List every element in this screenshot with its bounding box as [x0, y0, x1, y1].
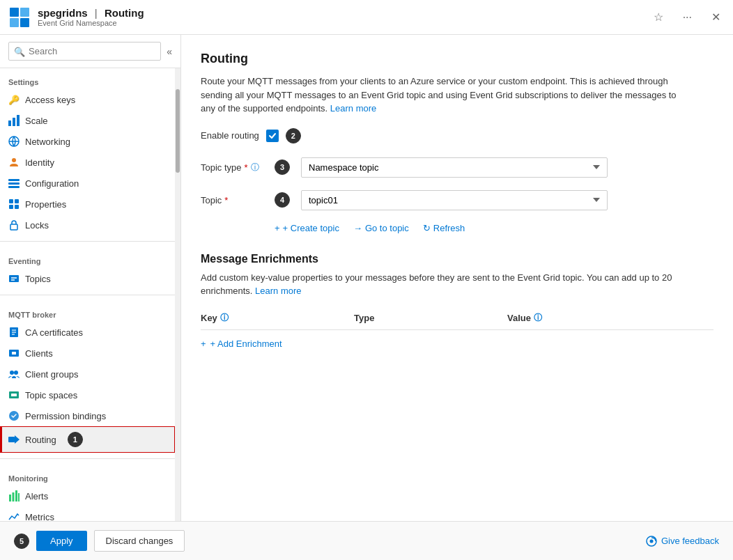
page-title: Routing — [201, 52, 713, 66]
learn-more-link[interactable]: Learn more — [330, 103, 376, 114]
sidebar-item-networking[interactable]: Networking — [0, 131, 175, 152]
refresh-link[interactable]: ↻ Refresh — [423, 223, 465, 233]
col-value-header: Value ⓘ — [507, 312, 713, 324]
sidebar-label-clients: Clients — [25, 348, 53, 359]
main-layout: 🔍 « Settings 🔑 Access keys Sc — [0, 35, 733, 521]
alerts-icon — [8, 490, 20, 501]
svg-rect-0 — [10, 8, 19, 17]
collapse-button[interactable]: « — [167, 46, 172, 57]
svg-rect-1 — [20, 8, 29, 17]
sidebar-item-ca-certificates[interactable]: CA certificates — [0, 322, 175, 343]
enrichments-learn-more-link[interactable]: Learn more — [255, 286, 301, 296]
add-enrichment-label: + Add Enrichment — [210, 339, 282, 349]
sidebar-label-topic-spaces: Topic spaces — [25, 390, 77, 400]
sidebar-label-properties: Properties — [25, 199, 66, 210]
value-info-icon[interactable]: ⓘ — [534, 312, 542, 324]
search-input[interactable] — [8, 42, 161, 61]
go-to-topic-link[interactable]: → Go to topic — [353, 223, 409, 233]
sidebar-item-identity[interactable]: Identity — [0, 152, 175, 173]
svg-point-28 — [14, 371, 18, 375]
enable-routing-checkbox[interactable] — [266, 130, 279, 142]
configuration-icon — [8, 178, 20, 189]
more-button[interactable]: ··· — [679, 10, 696, 25]
create-topic-link[interactable]: + + Create topic — [275, 223, 339, 233]
key-info-icon[interactable]: ⓘ — [220, 312, 229, 324]
sidebar-label-networking: Networking — [25, 137, 70, 147]
sidebar-item-alerts[interactable]: Alerts — [0, 485, 175, 506]
svg-point-9 — [12, 158, 16, 162]
scale-icon — [8, 115, 20, 126]
sidebar-item-access-keys[interactable]: 🔑 Access keys — [0, 89, 175, 110]
topic-type-row: Topic type * ⓘ 3 Namespace topic Custom … — [201, 157, 713, 178]
svg-rect-35 — [13, 492, 15, 501]
sidebar-item-topic-spaces[interactable]: Topic spaces — [0, 384, 175, 405]
add-enrichment-row[interactable]: + + Add Enrichment — [201, 339, 713, 349]
mqtt-section-label: MQTT broker — [0, 301, 175, 322]
sidebar-label-access-keys: Access keys — [25, 95, 75, 105]
sidebar-item-topics[interactable]: Topics — [0, 268, 175, 289]
svg-point-43 — [649, 539, 653, 543]
key-icon: 🔑 — [8, 94, 20, 105]
routing-icon — [8, 434, 20, 445]
topic-type-info-icon[interactable]: ⓘ — [251, 162, 259, 173]
description-text: Route your MQTT messages from your clien… — [201, 75, 688, 116]
sidebar-scrollbar[interactable] — [175, 68, 180, 521]
feedback-label: Give feedback — [661, 536, 719, 546]
title-text: spegridns | Routing Event Grid Namespace — [38, 7, 144, 27]
sidebar-item-metrics[interactable]: Metrics — [0, 506, 175, 521]
step-5-badge: 5 — [14, 534, 29, 549]
sidebar-item-client-groups[interactable]: Client groups — [0, 364, 175, 384]
sidebar-item-permission-bindings[interactable]: Permission bindings — [0, 405, 175, 426]
sidebar-item-locks[interactable]: Locks — [0, 215, 175, 235]
svg-rect-4 — [8, 120, 11, 126]
svg-rect-17 — [10, 224, 17, 230]
metrics-icon — [8, 511, 20, 521]
sidebar-item-properties[interactable]: Properties — [0, 194, 175, 215]
close-button[interactable]: ✕ — [707, 9, 725, 25]
monitoring-section-label: Monitoring — [0, 465, 175, 485]
topic-select[interactable]: topic01 — [301, 190, 608, 210]
sidebar-label-client-groups: Client groups — [25, 369, 79, 380]
enable-routing-label: Enable routing — [201, 130, 259, 141]
svg-rect-18 — [9, 275, 19, 282]
routing-step-badge: 1 — [68, 432, 83, 447]
step-2-badge: 2 — [286, 128, 301, 143]
svg-rect-11 — [8, 182, 20, 185]
svg-rect-26 — [12, 352, 16, 355]
sidebar-item-clients[interactable]: Clients — [0, 343, 175, 364]
settings-section-label: Settings — [0, 68, 175, 89]
arrow-icon: → — [353, 223, 362, 233]
plus-icon: + — [275, 223, 280, 233]
bottom-bar: 5 Apply Discard changes Give feedback — [0, 521, 733, 560]
app-logo — [8, 6, 31, 29]
svg-rect-15 — [9, 205, 13, 209]
sidebar-nav: Settings 🔑 Access keys Scale Networking — [0, 68, 175, 521]
svg-rect-10 — [8, 179, 20, 181]
properties-icon — [8, 199, 20, 210]
clients-icon — [8, 348, 20, 359]
sidebar-scrollbar-thumb — [176, 89, 180, 173]
permission-icon — [8, 410, 20, 421]
sidebar-label-scale: Scale — [25, 116, 48, 126]
refresh-icon: ↻ — [423, 223, 431, 233]
sidebar-label-locks: Locks — [25, 220, 49, 231]
topic-type-required: * — [245, 162, 248, 173]
give-feedback-button[interactable]: Give feedback — [646, 536, 719, 547]
topic-spaces-icon — [8, 389, 20, 400]
sidebar-item-routing[interactable]: Routing 1 — [0, 426, 175, 453]
favorite-button[interactable]: ☆ — [649, 9, 668, 25]
svg-rect-32 — [8, 437, 15, 442]
apply-button[interactable]: Apply — [36, 531, 87, 551]
topic-type-select[interactable]: Namespace topic Custom topic — [301, 157, 608, 178]
topic-row: Topic * 4 topic01 — [201, 190, 713, 210]
sidebar-label-routing: Routing — [25, 435, 56, 445]
svg-rect-16 — [15, 205, 19, 209]
enrichment-table-header: Key ⓘ Type Value ⓘ — [201, 306, 713, 330]
step-3-badge: 3 — [275, 160, 290, 175]
sidebar-label-identity: Identity — [25, 157, 54, 168]
col-type-header: Type — [354, 313, 507, 323]
sidebar-item-scale[interactable]: Scale — [0, 110, 175, 131]
svg-rect-36 — [15, 490, 17, 501]
sidebar-item-configuration[interactable]: Configuration — [0, 173, 175, 194]
discard-button[interactable]: Discard changes — [94, 530, 185, 552]
